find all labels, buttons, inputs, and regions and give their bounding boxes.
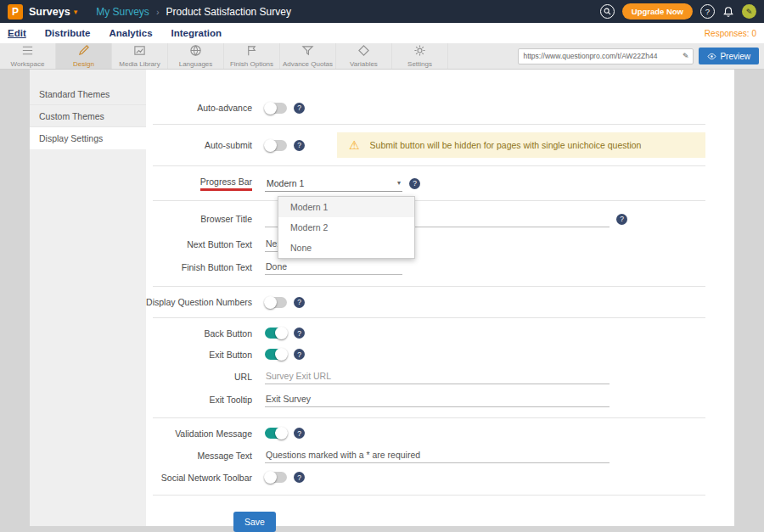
search-icon[interactable] (600, 4, 615, 19)
edit-url-pencil-icon[interactable]: ✎ (683, 52, 689, 60)
social-network-toolbar-label: Social Network Toolbar (146, 473, 265, 483)
design-toolbar: Workspace Design Media Library Languages… (0, 43, 764, 70)
survey-exit-url-input[interactable] (265, 368, 610, 384)
breadcrumb: My Surveys › Product Satisfaction Survey (96, 6, 291, 18)
notifications-bell-icon[interactable] (722, 6, 734, 18)
progress-bar-select[interactable]: Modern 1 ▾ (265, 176, 402, 192)
caret-down-icon: ▾ (74, 8, 78, 16)
chevron-right-icon: › (156, 7, 160, 17)
exit-url-label: URL (146, 372, 265, 382)
display-question-numbers-toggle[interactable] (265, 297, 287, 308)
breadcrumb-current: Product Satisfaction Survey (166, 6, 291, 18)
progress-bar-label: Progress Bar (146, 176, 265, 191)
toolbar-item-finish-options[interactable]: Finish Options (224, 43, 280, 69)
divider (153, 286, 705, 287)
questionpro-logo[interactable]: P (8, 4, 23, 20)
responses-count[interactable]: Responses: 0 (705, 29, 756, 38)
topbar: P Surveys ▾ My Surveys › Product Satisfa… (0, 0, 764, 23)
form-row-finish-button-text: Finish Button Text (146, 255, 705, 278)
divider (153, 495, 705, 496)
divider (153, 417, 705, 418)
browser-title-label: Browser Title (146, 214, 265, 224)
nav-tab-integration[interactable]: Integration (171, 28, 222, 38)
product-name: Surveys (29, 6, 70, 18)
survey-url-input[interactable] (523, 52, 682, 60)
progress-option-none[interactable]: None (278, 238, 414, 258)
finish-button-text-label: Finish Button Text (146, 262, 265, 272)
help-icon[interactable]: ? (294, 297, 305, 308)
toolbar-item-settings[interactable]: Settings (392, 43, 448, 69)
nav-tab-distribute[interactable]: Distribute (45, 28, 91, 38)
help-icon[interactable]: ? (294, 103, 305, 114)
help-icon[interactable]: ? (294, 428, 305, 439)
toolbar-item-label: Design (73, 60, 94, 68)
toolbar-item-variables[interactable]: Variables (336, 43, 392, 69)
media-library-icon (133, 44, 146, 59)
toolbar-item-advance-quotas[interactable]: Advance Quotas (280, 43, 336, 69)
exit-tooltip-label: Exit Tooltip (146, 395, 265, 405)
help-icon[interactable]: ? (294, 140, 305, 151)
sidebar-item-custom-themes[interactable]: Custom Themes (30, 105, 146, 127)
surveys-product-menu[interactable]: Surveys ▾ (29, 6, 77, 18)
form-row-message-text: Message Text (146, 444, 705, 467)
auto-submit-warning: ⚠ Submit button will be hidden for pages… (337, 132, 705, 158)
help-icon[interactable]: ? (294, 472, 305, 483)
eye-icon (707, 52, 716, 61)
finish-button-text-input[interactable] (265, 259, 402, 275)
content-area: Standard Themes Custom Themes Display Se… (0, 70, 764, 532)
upgrade-now-button[interactable]: Upgrade Now (622, 3, 693, 20)
validation-message-toggle[interactable] (265, 428, 287, 439)
nav-tab-analytics[interactable]: Analytics (109, 28, 152, 38)
message-text-label: Message Text (146, 451, 265, 461)
form-row-validation-message: Validation Message ? (146, 423, 705, 444)
auto-submit-toggle[interactable] (265, 140, 287, 151)
progress-bar-dropdown-menu: Modern 1 Modern 2 None (278, 196, 415, 259)
design-sidebar: Standard Themes Custom Themes Display Se… (30, 70, 146, 526)
help-icon[interactable]: ? (409, 178, 420, 189)
divider (153, 200, 705, 201)
topbar-actions: Upgrade Now ? ✎ (600, 3, 756, 20)
progress-option-modern-2[interactable]: Modern 2 (278, 217, 414, 238)
design-brush-icon (77, 44, 90, 59)
form-row-auto-submit: Auto-submit ? ⚠ Submit button will be hi… (146, 129, 705, 161)
toolbar-item-languages[interactable]: Languages (168, 43, 224, 69)
toolbar-item-label: Variables (350, 60, 378, 68)
help-icon[interactable]: ? (294, 328, 305, 339)
toolbar-item-label: Advance Quotas (283, 60, 333, 68)
toolbar-item-design[interactable]: Design (56, 43, 112, 69)
social-network-toolbar-toggle[interactable] (265, 472, 287, 483)
message-text-input[interactable] (265, 447, 610, 463)
survey-url-box: ✎ (518, 48, 694, 64)
form-row-auto-advance: Auto-advance ? (146, 98, 705, 117)
edit-pencil-icon[interactable]: ✎ (742, 4, 756, 19)
help-circle-icon[interactable]: ? (700, 4, 715, 19)
progress-option-modern-1[interactable]: Modern 1 (278, 197, 414, 217)
toolbar-item-workspace[interactable]: Workspace (0, 43, 56, 69)
sidebar-item-display-settings[interactable]: Display Settings (30, 127, 146, 149)
toolbar-item-media-library[interactable]: Media Library (112, 43, 168, 69)
nav-tab-edit[interactable]: Edit (8, 28, 26, 38)
exit-button-label: Exit Button (146, 350, 265, 360)
preview-label: Preview (720, 52, 750, 61)
help-icon[interactable]: ? (294, 349, 305, 360)
caret-down-icon: ▾ (397, 179, 401, 187)
help-icon[interactable]: ? (616, 214, 627, 225)
exit-button-toggle[interactable] (265, 349, 287, 360)
divider (153, 165, 705, 166)
validation-message-label: Validation Message (146, 428, 265, 439)
toolbar-item-label: Finish Options (230, 60, 273, 68)
toolbar-right: ✎ Preview (518, 43, 764, 69)
preview-button[interactable]: Preview (699, 48, 759, 64)
save-button[interactable]: Save (233, 512, 276, 532)
auto-advance-label: Auto-advance (146, 103, 265, 113)
auto-advance-toggle[interactable] (265, 103, 287, 114)
display-question-numbers-label: Display Question Numbers (146, 297, 265, 307)
exit-tooltip-input[interactable] (265, 391, 610, 407)
globe-icon (189, 44, 202, 59)
breadcrumb-my-surveys[interactable]: My Surveys (96, 6, 149, 18)
sidebar-item-standard-themes[interactable]: Standard Themes (30, 83, 146, 105)
next-button-text-label: Next Button Text (146, 239, 265, 249)
back-button-toggle[interactable] (265, 328, 287, 339)
form-row-next-button-text: Next Button Text (146, 232, 705, 255)
toolbar-item-label: Settings (407, 60, 432, 68)
